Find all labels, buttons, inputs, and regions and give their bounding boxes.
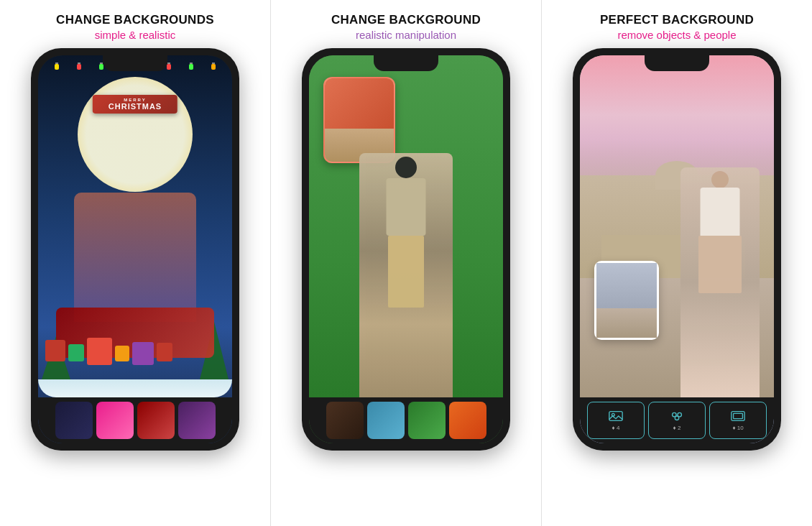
gift: [132, 342, 154, 365]
gift: [87, 338, 112, 365]
golf-overlay-card: [323, 77, 395, 163]
thumbnail-item[interactable]: [55, 402, 93, 439]
gift-items: [45, 318, 225, 365]
thumbnail-item[interactable]: [449, 402, 486, 439]
phone-mockup-3: ♦ 4 ♦ 2: [573, 48, 781, 451]
couple-figure: [74, 193, 196, 322]
phone-notch-3: [645, 55, 709, 71]
svg-point-4: [675, 416, 679, 420]
phone-screen-1: MERRY CHRISTMAS: [38, 55, 232, 443]
phone-mockup-2: [302, 48, 510, 451]
gift: [68, 344, 84, 361]
svg-rect-6: [734, 414, 743, 419]
screen-christmas: MERRY CHRISTMAS: [38, 55, 232, 443]
moon-circle: [78, 77, 193, 192]
icon-card-gallery[interactable]: ♦ 4: [587, 402, 645, 439]
thumbnail-item[interactable]: [178, 402, 216, 439]
phone-notch-1: [103, 55, 167, 71]
panel-perfect-background: PERFECT BACKGROUND remove objects & peop…: [542, 0, 812, 526]
gift: [45, 340, 65, 361]
thumbnail-item[interactable]: [367, 402, 405, 439]
phone-notch-2: [374, 55, 438, 71]
icon-card-3-label: ♦ 10: [732, 425, 743, 431]
gift: [157, 343, 172, 361]
golf-figure: [359, 153, 453, 397]
panel-change-backgrounds: CHANGE BACKGROUNDS simple & realistic: [0, 0, 271, 526]
panel-2-subtitle: realistic manipulation: [356, 29, 456, 41]
thumbnail-item[interactable]: [96, 402, 134, 439]
thumbnail-item[interactable]: [326, 402, 364, 439]
christmas-banner: MERRY CHRISTMAS: [93, 95, 177, 114]
panel-change-background: CHANGE BACKGROUND realistic manipulation: [271, 0, 542, 526]
vatican-bottom-icons: ♦ 4 ♦ 2: [580, 397, 774, 443]
thumbnail-item[interactable]: [408, 402, 446, 439]
icon-card-2-label: ♦ 2: [673, 425, 681, 431]
christmas-thumbnails: [38, 397, 232, 443]
phone-mockup-1: MERRY CHRISTMAS: [31, 48, 239, 451]
snow-ground: [38, 379, 232, 397]
panel-3-subtitle: remove objects & people: [617, 29, 736, 41]
panel-2-title: CHANGE BACKGROUND: [331, 13, 481, 27]
panel-1-title: CHANGE BACKGROUNDS: [56, 13, 214, 27]
vatican-ground: [580, 278, 774, 398]
gallery-icon: [608, 410, 624, 423]
panel-3-title: PERFECT BACKGROUND: [600, 13, 754, 27]
phone-screen-3: ♦ 4 ♦ 2: [580, 55, 774, 443]
christmas-main-area: MERRY CHRISTMAS: [38, 55, 232, 379]
screen-vatican: ♦ 4 ♦ 2: [580, 55, 774, 443]
woman-figure: [680, 167, 760, 397]
people-icon: [669, 410, 685, 423]
icon-card-people[interactable]: ♦ 2: [648, 402, 706, 439]
app-screenshots: CHANGE BACKGROUNDS simple & realistic: [0, 0, 812, 526]
thumbnail-item[interactable]: [137, 402, 175, 439]
golf-thumbnails: [309, 397, 503, 443]
small-inset-photo: [594, 261, 659, 340]
vatican-sky: [580, 55, 774, 175]
icon-card-1-label: ♦ 4: [612, 425, 620, 431]
golf-background: [309, 55, 503, 397]
icon-card-frame[interactable]: ♦ 10: [709, 402, 767, 439]
phone-screen-2: [309, 55, 503, 443]
frame-icon: [730, 410, 746, 423]
screen-golf: [309, 55, 503, 443]
panel-1-subtitle: simple & realistic: [95, 29, 176, 41]
gift: [115, 346, 129, 361]
